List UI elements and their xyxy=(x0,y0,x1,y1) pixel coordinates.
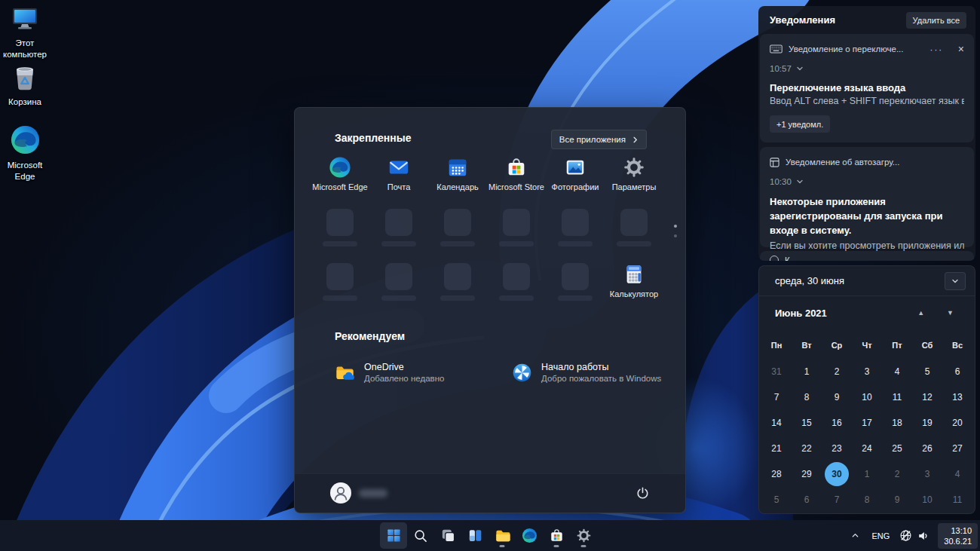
volume-button[interactable] xyxy=(914,524,933,548)
calendar-day[interactable]: 21 xyxy=(761,436,792,461)
pinned-app-calendar[interactable]: Календарь xyxy=(428,155,487,200)
desktop-icon-this-pc[interactable]: Этот компьютер xyxy=(0,6,54,60)
calendar-day[interactable]: 26 xyxy=(912,436,942,461)
recommended-item-get-started[interactable]: Начало работы Добро пожаловать в Windows xyxy=(512,356,687,389)
calendar-day[interactable]: 17 xyxy=(852,410,882,436)
clock[interactable]: 13:10 30.6.21 xyxy=(938,523,978,549)
calendar-day[interactable]: 2 xyxy=(882,461,912,487)
calendar-day[interactable]: 31 xyxy=(761,359,792,384)
page-dot-active[interactable] xyxy=(674,225,677,228)
calendar-day[interactable]: 9 xyxy=(882,487,912,513)
pinned-app-mail[interactable]: Почта xyxy=(369,155,428,200)
calendar-day[interactable]: 18 xyxy=(882,410,912,436)
calendar-day[interactable]: 4 xyxy=(942,461,972,487)
loading-tile[interactable] xyxy=(605,209,663,251)
notification-time[interactable]: 10:30 xyxy=(770,177,964,186)
calendar-day[interactable]: 10 xyxy=(912,487,942,513)
calendar-dow-row: ПнВтСрЧтПтСбВс xyxy=(761,337,975,354)
pinned-app-calculator[interactable]: Калькулятор xyxy=(605,263,663,298)
calendar-day[interactable]: 1 xyxy=(852,461,882,487)
calendar-day[interactable]: 15 xyxy=(792,410,822,436)
calendar-day[interactable]: 4 xyxy=(882,359,912,384)
calendar-day[interactable]: 3 xyxy=(852,359,882,384)
calendar-day[interactable]: 11 xyxy=(942,487,972,513)
loading-tile[interactable] xyxy=(546,209,605,251)
loading-tile[interactable] xyxy=(311,263,369,305)
recommended-item-onedrive[interactable]: OneDrive Добавлено недавно xyxy=(335,356,510,389)
pinned-app-store[interactable]: Microsoft Store xyxy=(487,155,546,200)
loading-tile[interactable] xyxy=(369,263,428,305)
notification-card-clipped[interactable]: К xyxy=(760,251,974,261)
calendar-day[interactable]: 28 xyxy=(761,461,792,487)
running-indicator xyxy=(581,545,586,547)
calendar-day[interactable]: 8 xyxy=(852,487,882,513)
calendar-day[interactable]: 10 xyxy=(852,384,882,410)
close-icon[interactable]: × xyxy=(958,44,964,54)
pinned-page-dots[interactable] xyxy=(674,225,678,237)
settings-button[interactable] xyxy=(570,522,597,549)
calendar-day[interactable]: 23 xyxy=(822,436,852,461)
pinned-app-settings[interactable]: Параметры xyxy=(605,155,663,200)
calendar-day[interactable]: 8 xyxy=(792,384,822,410)
calendar-day[interactable]: 20 xyxy=(942,410,972,436)
loading-tile[interactable] xyxy=(487,263,546,305)
more-notifications-button[interactable]: +1 уведомл. xyxy=(770,115,830,133)
loading-tile[interactable] xyxy=(487,209,546,251)
calendar-day[interactable]: 9 xyxy=(822,384,852,410)
pinned-app-photos[interactable]: Фотографии xyxy=(546,155,605,200)
loading-tile[interactable] xyxy=(428,263,487,305)
edge-button[interactable] xyxy=(516,522,543,549)
loading-tile[interactable] xyxy=(428,209,487,251)
notification-card[interactable]: Уведомление об автозагру... 10:30 Некото… xyxy=(760,147,974,247)
store-button[interactable] xyxy=(543,522,570,549)
calendar-day-selected[interactable]: 30 xyxy=(822,461,852,487)
search-button[interactable] xyxy=(407,522,434,549)
desktop-icon-recycle-bin[interactable]: Корзина xyxy=(0,62,54,108)
calendar-day[interactable]: 6 xyxy=(942,359,972,384)
widgets-button[interactable] xyxy=(461,522,488,549)
calendar-day[interactable]: 16 xyxy=(822,410,852,436)
calendar-next-month-icon[interactable]: ▼ xyxy=(947,310,954,317)
pinned-app-edge[interactable]: Microsoft Edge xyxy=(311,155,369,200)
power-button[interactable] xyxy=(631,482,654,504)
calendar-day[interactable]: 5 xyxy=(761,487,792,513)
calendar-day[interactable]: 24 xyxy=(852,436,882,461)
calendar-day[interactable]: 2 xyxy=(822,359,852,384)
calendar-day[interactable]: 25 xyxy=(882,436,912,461)
calendar-day[interactable]: 7 xyxy=(761,384,792,410)
calendar-day[interactable]: 27 xyxy=(942,436,972,461)
calendar-day[interactable]: 13 xyxy=(942,384,972,410)
loading-tile[interactable] xyxy=(311,209,369,251)
loading-tile[interactable] xyxy=(369,209,428,251)
clear-all-button[interactable]: Удалить все xyxy=(906,12,966,29)
clipped-text-fragment: К xyxy=(785,256,790,261)
all-apps-button[interactable]: Все приложения xyxy=(551,130,647,149)
file-explorer-button[interactable] xyxy=(488,522,516,549)
calendar-day[interactable]: 11 xyxy=(882,384,912,410)
notification-card[interactable]: Уведомление о переключе... ··· × 10:57 П… xyxy=(760,34,974,142)
calendar-day[interactable]: 29 xyxy=(792,461,822,487)
calendar-day[interactable]: 6 xyxy=(792,487,822,513)
calendar-prev-month-icon[interactable]: ▲ xyxy=(917,310,924,317)
show-hidden-icons-button[interactable] xyxy=(845,524,865,548)
language-indicator[interactable]: ENG xyxy=(865,524,896,548)
notification-time[interactable]: 10:57 xyxy=(770,64,964,73)
desktop-icon-edge[interactable]: Microsoft Edge xyxy=(0,124,54,182)
calendar-day[interactable]: 3 xyxy=(912,461,942,487)
more-options-icon[interactable]: ··· xyxy=(929,44,943,55)
calendar-flyout: среда, 30 июня Июнь 2021 ▲ ▼ ПнВтСрЧтПтС… xyxy=(758,265,975,514)
loading-tile[interactable] xyxy=(546,263,605,305)
calendar-day[interactable]: 14 xyxy=(761,410,792,436)
start-button[interactable] xyxy=(380,522,407,549)
task-view-button[interactable] xyxy=(434,522,461,549)
calendar-day[interactable]: 19 xyxy=(912,410,942,436)
page-dot[interactable] xyxy=(674,234,677,237)
calendar-collapse-button[interactable] xyxy=(945,272,966,290)
calendar-day[interactable]: 22 xyxy=(792,436,822,461)
user-avatar[interactable] xyxy=(330,482,351,504)
calendar-day[interactable]: 5 xyxy=(912,359,942,384)
network-button[interactable] xyxy=(896,524,914,548)
calendar-day[interactable]: 1 xyxy=(792,359,822,384)
calendar-day[interactable]: 12 xyxy=(912,384,942,410)
calendar-day[interactable]: 7 xyxy=(822,487,852,513)
